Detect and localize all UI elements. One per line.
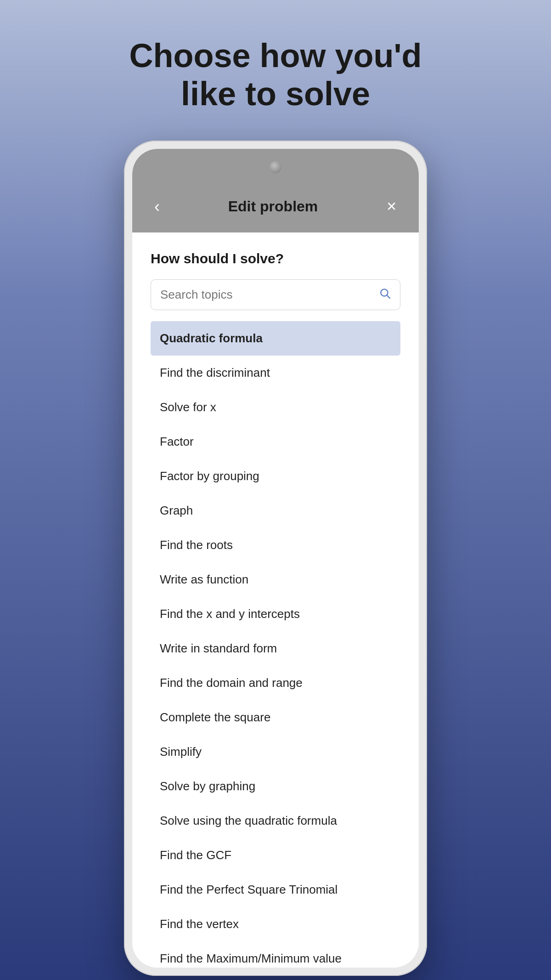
solve-option-item[interactable]: Find the Perfect Square Trinomial	[151, 872, 400, 907]
back-button[interactable]: ‹	[151, 195, 163, 219]
phone-top-bar	[132, 149, 419, 186]
solve-option-item[interactable]: Find the GCF	[151, 838, 400, 872]
solve-option-item[interactable]: Write in standard form	[151, 631, 400, 666]
phone-frame: ‹ Edit problem ✕ How should I solve? Qua…	[124, 141, 427, 976]
solve-option-item[interactable]: Find the x and y intercepts	[151, 597, 400, 631]
solve-option-item[interactable]: Find the domain and range	[151, 666, 400, 700]
search-icon	[379, 287, 391, 302]
solve-option-item[interactable]: Solve by graphing	[151, 769, 400, 804]
solve-option-item[interactable]: Find the discriminant	[151, 356, 400, 390]
app-header: ‹ Edit problem ✕	[132, 186, 419, 232]
solve-option-item[interactable]: Find the roots	[151, 528, 400, 562]
solve-option-item[interactable]: Solve using the quadratic formula	[151, 804, 400, 838]
close-button[interactable]: ✕	[382, 197, 400, 217]
camera-dot	[270, 161, 281, 173]
solve-option-item[interactable]: Quadratic formula	[151, 321, 400, 356]
page-title: Choose how you'd like to solve	[92, 37, 458, 113]
svg-line-1	[387, 295, 390, 298]
solve-option-item[interactable]: Factor by grouping	[151, 459, 400, 493]
solve-option-item[interactable]: Complete the square	[151, 700, 400, 735]
solve-option-item[interactable]: Find the vertex	[151, 907, 400, 941]
content-area: How should I solve? Quadratic formulaFin…	[132, 232, 419, 968]
search-input[interactable]	[160, 288, 379, 302]
solve-option-item[interactable]: Solve for x	[151, 390, 400, 425]
solve-option-item[interactable]: Factor	[151, 425, 400, 459]
solve-option-item[interactable]: Write as function	[151, 562, 400, 597]
solve-option-item[interactable]: Graph	[151, 493, 400, 528]
header-title: Edit problem	[228, 198, 318, 215]
section-heading: How should I solve?	[151, 251, 400, 266]
solve-option-item[interactable]: Find the Maximum/Minimum value	[151, 941, 400, 968]
search-bar[interactable]	[151, 279, 400, 310]
solve-options-list: Quadratic formulaFind the discriminantSo…	[151, 321, 400, 968]
solve-option-item[interactable]: Simplify	[151, 735, 400, 769]
